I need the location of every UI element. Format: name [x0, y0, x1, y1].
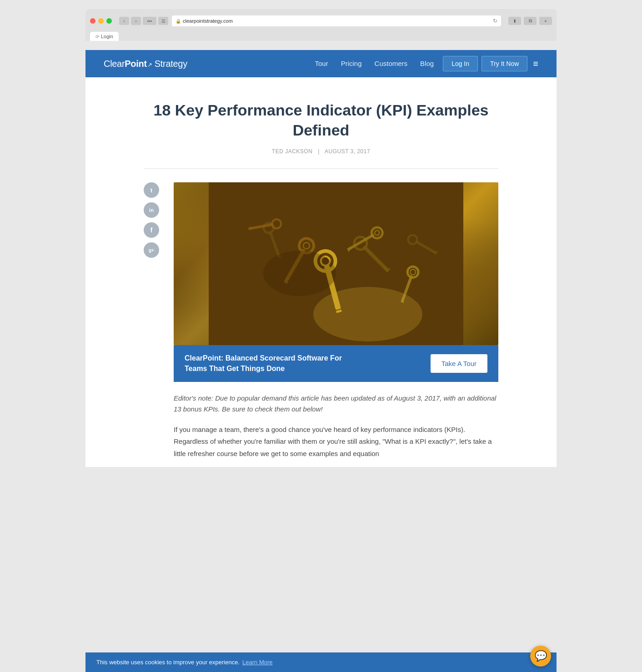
twitter-icon: t	[150, 187, 152, 194]
site-logo[interactable]: ClearPoint↗ Strategy	[104, 59, 187, 69]
active-tab[interactable]: ⟳ Login	[90, 32, 119, 41]
article-paragraph-1: If you manage a team, there's a good cha…	[174, 424, 498, 460]
logo-text: ClearPoint↗ Strategy	[104, 59, 187, 69]
googleplus-icon: g+	[149, 248, 154, 253]
lock-icon: 🔒	[176, 19, 181, 24]
forward-button[interactable]: ›	[131, 17, 141, 25]
tab-icon: ⟳	[95, 34, 99, 39]
content-with-social: t in f g+	[144, 182, 498, 467]
login-button[interactable]: Log In	[443, 56, 478, 71]
reload-icon[interactable]: ↻	[493, 18, 497, 24]
new-tab-button[interactable]: ⧉	[524, 17, 537, 25]
linkedin-icon: in	[149, 207, 154, 213]
nav-tour[interactable]: Tour	[315, 60, 328, 67]
page-wrapper: ClearPoint↗ Strategy Tour Pricing Custom…	[85, 50, 557, 467]
keys-svg	[174, 182, 498, 345]
browser-chrome: ‹ › ••• ☰ 🔒 clearpointstrategy.com ↻ ⬆ ⧉…	[85, 9, 557, 41]
twitter-share-button[interactable]: t	[144, 182, 159, 198]
hamburger-menu[interactable]: ≡	[533, 59, 538, 68]
article-body: ClearPoint: Balanced Scorecard Software …	[174, 182, 498, 467]
social-sidebar: t in f g+	[144, 182, 160, 467]
editor-note: Editor's note: Due to popular demand thi…	[174, 393, 498, 415]
article-author: TED JACKSON	[272, 148, 313, 155]
linkedin-share-button[interactable]: in	[144, 202, 159, 218]
share-button[interactable]: ⬆	[508, 17, 521, 25]
svg-point-37	[313, 287, 422, 341]
article-title: 18 Key Performance Indicator (KPI) Examp…	[144, 100, 498, 140]
sidebar-button[interactable]: ☰	[158, 17, 168, 25]
minimize-button[interactable]	[98, 18, 104, 24]
tab-bar: ⟳ Login	[90, 30, 552, 41]
take-tour-button[interactable]: Take A Tour	[431, 354, 487, 373]
article-date: AUGUST 3, 2017	[325, 148, 370, 155]
meta-separator: |	[318, 148, 320, 155]
site-navigation: ClearPoint↗ Strategy Tour Pricing Custom…	[85, 50, 557, 77]
svg-point-38	[263, 251, 336, 296]
googleplus-share-button[interactable]: g+	[144, 242, 159, 258]
article-container: 18 Key Performance Indicator (KPI) Examp…	[135, 77, 507, 467]
browser-actions: ⬆ ⧉ +	[508, 17, 552, 25]
nav-pricing[interactable]: Pricing	[341, 60, 362, 67]
maximize-button[interactable]	[106, 18, 112, 24]
section-divider	[144, 168, 498, 169]
tabs-button[interactable]: •••	[143, 17, 156, 25]
cta-line2: Teams That Get Things Done	[185, 364, 342, 374]
url-bar[interactable]: 🔒 clearpointstrategy.com ↻	[172, 15, 501, 26]
url-text: clearpointstrategy.com	[183, 18, 233, 24]
add-tab-button[interactable]: +	[539, 17, 552, 25]
tab-label: Login	[101, 34, 113, 39]
close-button[interactable]	[90, 18, 95, 24]
cta-text: ClearPoint: Balanced Scorecard Software …	[185, 353, 342, 374]
article-meta: TED JACKSON | AUGUST 3, 2017	[144, 148, 498, 155]
traffic-lights	[90, 18, 112, 24]
nav-customers[interactable]: Customers	[375, 60, 408, 67]
back-button[interactable]: ‹	[119, 17, 129, 25]
hero-image	[174, 182, 498, 345]
try-it-now-button[interactable]: Try It Now	[482, 56, 527, 71]
nav-links: Tour Pricing Customers Blog	[315, 60, 434, 68]
cta-line1: ClearPoint: Balanced Scorecard Software …	[185, 353, 342, 363]
nav-blog[interactable]: Blog	[420, 60, 434, 67]
cta-banner: ClearPoint: Balanced Scorecard Software …	[174, 345, 498, 382]
nav-buttons: ‹ › ••• ☰	[119, 17, 168, 25]
facebook-share-button[interactable]: f	[144, 222, 159, 238]
facebook-icon: f	[150, 226, 153, 234]
